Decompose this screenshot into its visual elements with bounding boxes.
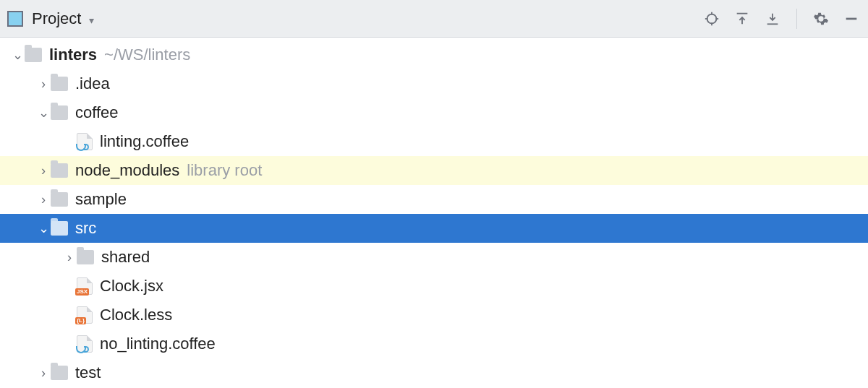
tree-node-clock-jsx[interactable]: › JSX Clock.jsx: [0, 272, 868, 301]
chevron-right-icon[interactable]: ›: [36, 192, 51, 207]
tree-node-label: .idea: [75, 74, 110, 93]
folder-icon: [77, 250, 94, 264]
tree-node-hint: library root: [187, 161, 262, 180]
tree-node-label: Clock.jsx: [100, 277, 163, 296]
tree-node-label: shared: [101, 248, 150, 267]
less-file-icon: {L}: [77, 306, 93, 324]
chevron-right-icon[interactable]: ›: [36, 163, 51, 178]
gear-icon[interactable]: [812, 9, 830, 28]
hide-icon[interactable]: [842, 9, 861, 28]
expand-all-icon[interactable]: [733, 9, 752, 28]
jsx-file-icon: JSX: [77, 277, 93, 295]
tree-node-coffee[interactable]: ⌄ coffee: [0, 98, 868, 127]
tree-node-node-modules[interactable]: › node_modules library root: [0, 156, 868, 185]
folder-icon: [51, 221, 68, 236]
tree-node-clock-less[interactable]: › {L} Clock.less: [0, 301, 868, 329]
tree-node-linting-coffee[interactable]: › linting.coffee: [0, 127, 868, 156]
project-view-selector[interactable]: Project ▾: [29, 9, 97, 28]
tree-node-label: sample: [75, 190, 127, 209]
project-view-label: Project: [32, 9, 81, 27]
folder-icon: [51, 192, 68, 207]
tree-node-shared[interactable]: › shared: [0, 243, 868, 272]
chevron-right-icon[interactable]: ›: [62, 250, 77, 264]
tree-node-sample[interactable]: › sample: [0, 185, 868, 214]
chevron-down-icon[interactable]: ⌄: [36, 221, 51, 236]
tree-node-test[interactable]: › test: [0, 358, 868, 387]
folder-icon: [51, 105, 68, 120]
tree-node-label: src: [75, 219, 96, 238]
tree-node-root[interactable]: ⌄ linters ~/WS/linters: [0, 40, 868, 69]
chevron-right-icon[interactable]: ›: [36, 366, 51, 380]
locate-icon[interactable]: [702, 9, 721, 28]
svg-point-0: [707, 14, 717, 23]
tree-node-idea[interactable]: › .idea: [0, 69, 868, 98]
toolbar-divider: [796, 9, 797, 29]
tree-node-path-hint: ~/WS/linters: [104, 46, 190, 64]
coffee-file-icon: [77, 335, 93, 353]
tree-node-label: no_linting.coffee: [100, 335, 216, 353]
coffee-file-icon: [77, 133, 93, 150]
tree-node-label: coffee: [75, 103, 119, 122]
project-window-icon: [7, 11, 23, 27]
tree-node-label: linting.coffee: [100, 132, 189, 151]
collapse-all-icon[interactable]: [763, 9, 782, 28]
chevron-right-icon[interactable]: ›: [36, 77, 51, 91]
folder-icon: [25, 48, 42, 62]
tree-node-src[interactable]: ⌄ src: [0, 214, 868, 243]
chevron-down-icon[interactable]: ⌄: [36, 105, 51, 120]
tree-node-label: linters: [49, 46, 97, 64]
tree-node-label: node_modules: [75, 161, 179, 180]
chevron-down-icon: ▾: [86, 14, 97, 26]
folder-icon: [51, 366, 68, 380]
chevron-down-icon[interactable]: ⌄: [10, 48, 25, 62]
project-tree[interactable]: ⌄ linters ~/WS/linters › .idea ⌄ coffee …: [0, 38, 868, 387]
tree-node-label: Clock.less: [100, 306, 172, 324]
tree-node-no-linting-coffee[interactable]: › no_linting.coffee: [0, 329, 868, 358]
folder-icon: [51, 163, 68, 178]
project-toolbar: Project ▾: [0, 0, 868, 38]
folder-icon: [51, 77, 68, 91]
tree-node-label: test: [75, 363, 101, 382]
